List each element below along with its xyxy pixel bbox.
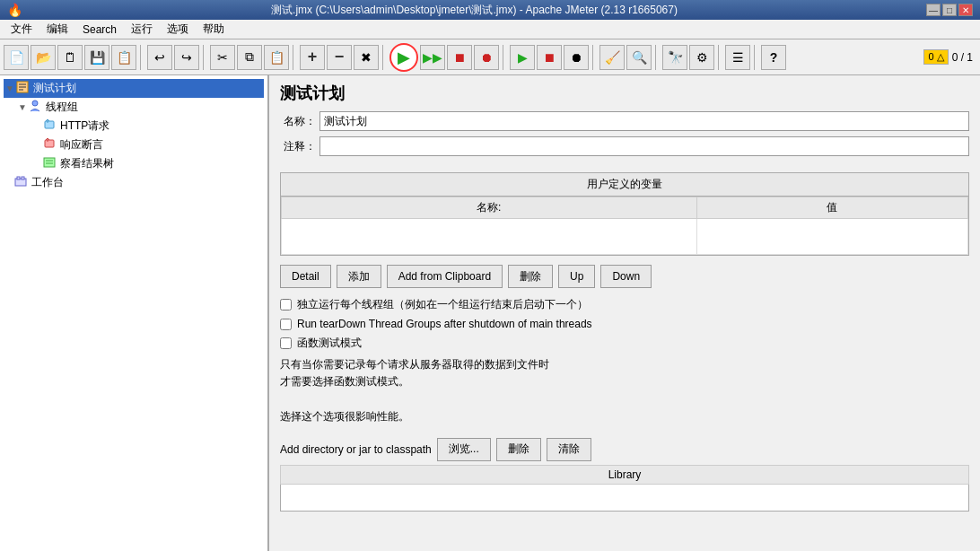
clear-all-button[interactable]: 🧹	[599, 45, 625, 70]
clear-icon: ✖	[361, 50, 372, 65]
checkbox-label-3: 函数测试模式	[297, 336, 362, 351]
checkbox-functional[interactable]	[280, 337, 292, 349]
clear-current-button[interactable]: 🔍	[626, 45, 652, 70]
undo-button[interactable]: ↩	[147, 45, 172, 70]
copy-button[interactable]: ⧉	[237, 45, 262, 70]
tree-label-6: 工作台	[31, 175, 64, 190]
tree-item-test-plan[interactable]: ▼ 测试计划	[4, 79, 264, 98]
save-button[interactable]: 💾	[84, 45, 109, 70]
separator-1	[140, 45, 144, 70]
tree-item-thread-group[interactable]: ▼ 线程组	[4, 98, 264, 117]
add-element-button[interactable]: +	[300, 45, 325, 70]
detail-button[interactable]: Detail	[280, 265, 331, 288]
save-template-icon: 🗒	[64, 50, 76, 65]
menu-help[interactable]: 帮助	[196, 20, 232, 39]
copy-icon: ⧉	[245, 49, 254, 65]
checkbox-teardown[interactable]	[280, 319, 292, 330]
workbench-icon	[14, 175, 27, 190]
new-button[interactable]: 📄	[4, 45, 29, 70]
help-button[interactable]: ?	[761, 45, 786, 70]
name-input[interactable]	[319, 111, 969, 131]
remote-stop-button[interactable]: ⏹	[537, 45, 562, 70]
close-button[interactable]: ✕	[958, 4, 973, 16]
clear-button[interactable]: ✖	[354, 45, 379, 70]
up-button[interactable]: Up	[558, 265, 595, 288]
cut-button[interactable]: ✂	[210, 45, 235, 70]
redo-button[interactable]: ↪	[174, 45, 199, 70]
test-plan-icon	[16, 81, 29, 96]
browse-classpath-button[interactable]: 浏览...	[437, 438, 491, 461]
remove-button[interactable]: −	[327, 45, 352, 70]
titlebar: 🔥 测试.jmx (C:\Users\admin\Desktop\jmeter\…	[0, 0, 980, 20]
browse-button[interactable]: 🔭	[662, 45, 687, 70]
library-table: Library	[280, 465, 969, 512]
save-all-icon: 📋	[117, 50, 132, 65]
progress-indicator: 0 / 1	[952, 51, 973, 64]
open-button[interactable]: 📂	[31, 45, 56, 70]
down-button[interactable]: Down	[600, 265, 652, 288]
paste-button[interactable]: 📋	[264, 45, 289, 70]
tree-view-button[interactable]: ☰	[725, 45, 750, 70]
expand-icon: ▼	[5, 83, 14, 93]
desc-line-3: 选择这个选项很影响性能。	[280, 410, 409, 423]
shutdown-button[interactable]: ⏺	[474, 45, 499, 70]
play-fast-icon: ▶▶	[423, 50, 442, 65]
tree-item-results[interactable]: 察看结果树	[4, 154, 264, 173]
desc-line-2: 才需要选择函数测试模式。	[280, 375, 409, 388]
play-icon: ▶	[398, 48, 410, 67]
remote-shutdown-icon: ⏺	[570, 50, 582, 65]
library-empty-cell	[281, 484, 969, 511]
tree-label-5: 察看结果树	[60, 156, 114, 171]
svg-rect-5	[45, 121, 54, 128]
minimize-button[interactable]: —	[926, 4, 941, 16]
settings-button[interactable]: ⚙	[689, 45, 714, 70]
tree-label-2: 线程组	[46, 100, 78, 115]
menu-options[interactable]: 选项	[160, 20, 196, 39]
help-icon: ?	[770, 50, 778, 65]
tree-item-http-request[interactable]: HTTP请求	[4, 117, 264, 136]
separator-3	[293, 45, 296, 70]
open-icon: 📂	[36, 50, 51, 65]
separator-7	[655, 45, 659, 70]
delete-classpath-button[interactable]: 删除	[496, 438, 541, 461]
remote-start-button[interactable]: ▶	[510, 45, 535, 70]
tree-item-assertion[interactable]: 响应断言	[4, 136, 264, 154]
stop-button[interactable]: ⏹	[447, 45, 472, 70]
window-controls: — □ ✕	[926, 4, 973, 16]
table-empty-row	[282, 219, 968, 255]
play-button[interactable]: ▶	[389, 43, 418, 72]
checkbox-row-1: 独立运行每个线程组（例如在一个组运行结束后启动下一个）	[280, 297, 969, 312]
svg-point-4	[32, 101, 38, 106]
delete-button[interactable]: 删除	[508, 265, 553, 288]
checkbox-label-1: 独立运行每个线程组（例如在一个组运行结束后启动下一个）	[297, 297, 588, 312]
error-badge: 0 △	[923, 49, 948, 65]
clear-classpath-button[interactable]: 清除	[547, 438, 591, 461]
empty-cell-1	[282, 219, 697, 255]
add-clipboard-button[interactable]: Add from Clipboard	[387, 265, 503, 288]
http-request-icon	[43, 118, 56, 134]
action-buttons: Detail 添加 Add from Clipboard 删除 Up Down	[269, 259, 980, 293]
maximize-button[interactable]: □	[942, 4, 957, 16]
menu-file[interactable]: 文件	[4, 20, 39, 39]
desc-block: 只有当你需要记录每个请求从服务器取得的数据到文件时 才需要选择函数测试模式。 选…	[280, 356, 969, 425]
separator-6	[592, 45, 596, 70]
menu-search[interactable]: Search	[75, 22, 124, 38]
form-section: 名称： 注释：	[269, 111, 980, 169]
menu-edit[interactable]: 编辑	[39, 20, 75, 39]
svg-rect-7	[44, 158, 55, 167]
menu-run[interactable]: 运行	[124, 20, 160, 39]
save-template-button[interactable]: 🗒	[57, 45, 83, 70]
play-fast-button[interactable]: ▶▶	[420, 45, 445, 70]
save-all-button[interactable]: 📋	[111, 45, 136, 70]
remote-shutdown-button[interactable]: ⏺	[564, 45, 589, 70]
separator-9	[754, 45, 757, 70]
classpath-section: Add directory or jar to classpath 浏览... …	[269, 434, 980, 515]
checkbox-independent-thread[interactable]	[280, 299, 292, 310]
vars-section: 用户定义的变量 名称: 值	[280, 172, 969, 256]
add-button[interactable]: 添加	[337, 265, 381, 288]
desc-line-1: 只有当你需要记录每个请求从服务器取得的数据到文件时	[280, 358, 549, 371]
tree-item-workbench[interactable]: 工作台	[4, 173, 264, 192]
expand-icon-2: ▼	[18, 102, 27, 112]
comment-input[interactable]	[319, 136, 969, 156]
svg-rect-11	[17, 177, 20, 179]
